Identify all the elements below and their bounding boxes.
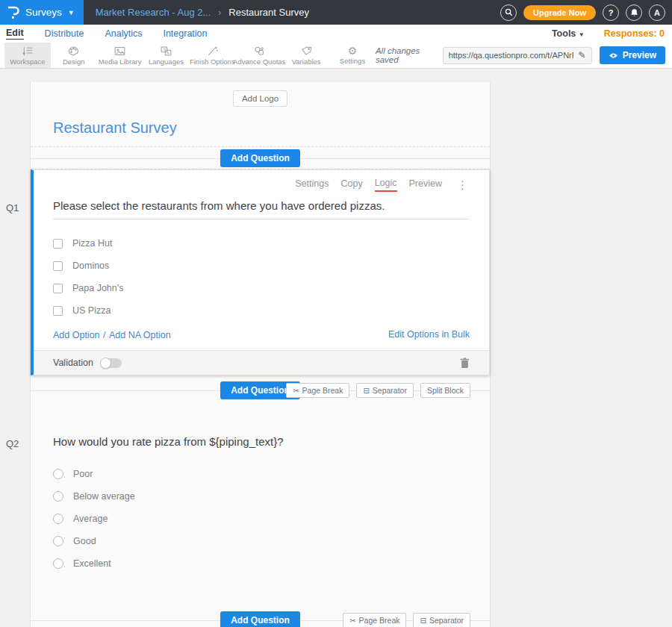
tab-question-settings[interactable]: Settings — [295, 178, 329, 191]
add-option-link[interactable]: Add Option — [53, 330, 100, 340]
edit-options-in-bulk-link[interactable]: Edit Options in Bulk — [388, 329, 470, 340]
chevron-down-icon: ▼ — [579, 31, 585, 38]
option-label[interactable]: Dominos — [72, 261, 109, 271]
preview-button[interactable]: Preview — [600, 46, 665, 64]
radio-button[interactable] — [53, 514, 63, 524]
checkbox[interactable] — [53, 239, 63, 249]
page-break-icon: ✂ — [349, 617, 355, 625]
toolbar-item-label: Finish Options — [190, 57, 235, 66]
question-toolbar: Settings Copy Logic Preview ⋮ — [53, 178, 470, 192]
option-label[interactable]: Excellent — [73, 558, 111, 569]
workspace-icon — [21, 46, 34, 57]
question-text-q2[interactable]: How would you rate pizza from ${piping_t… — [53, 435, 470, 448]
chain-links-icon — [253, 46, 266, 57]
breadcrumb: Market Research - Aug 2... › Restaurant … — [96, 7, 309, 18]
delete-question-trash-icon[interactable] — [460, 358, 470, 369]
add-logo-button[interactable]: Add Logo — [233, 90, 287, 107]
page-break-button[interactable]: ✂Page Break — [343, 613, 406, 627]
question-text-underline — [53, 219, 470, 219]
eye-icon — [609, 52, 618, 59]
tab-distribute[interactable]: Distribute — [45, 28, 84, 39]
validation-toggle[interactable] — [101, 358, 122, 368]
add-question-button[interactable]: Add Question — [220, 149, 300, 167]
page-break-button[interactable]: ✂Page Break — [286, 383, 349, 398]
question-text-q1[interactable]: Please select the restaurants from where… — [53, 199, 470, 212]
toolbar-item-label: Variables — [292, 57, 321, 66]
edit-url-pencil-icon[interactable]: ✎ — [579, 50, 586, 60]
add-na-option-link[interactable]: Add NA Option — [109, 330, 171, 340]
radio-button[interactable] — [53, 536, 63, 546]
svg-text:A: A — [167, 50, 169, 54]
add-question-row-top: Add Question — [31, 147, 490, 169]
survey-canvas: Add Logo Restaurant Survey Add Question … — [30, 82, 491, 627]
toolbar-item-workspace[interactable]: Workspace — [4, 43, 51, 68]
tab-edit[interactable]: Edit — [6, 28, 24, 40]
separator-button[interactable]: ⊟Separator — [356, 383, 414, 398]
survey-url-field[interactable]: https://qa.questionpro.com/t/APNrFZgR ✎ — [443, 47, 592, 64]
checkbox[interactable] — [53, 261, 63, 271]
option-row: Good — [53, 530, 470, 552]
insert-buttons: ✂Page Break ⊟Separator — [343, 613, 470, 627]
toolbar-item-label: Media Library — [99, 57, 142, 66]
toolbar-item-languages[interactable]: X A Languages — [143, 43, 190, 68]
toolbar-item-variables[interactable]: Variables — [283, 43, 329, 68]
option-row: US Pizza — [53, 299, 470, 322]
tab-question-preview[interactable]: Preview — [409, 178, 442, 191]
page-break-icon: ✂ — [293, 387, 299, 395]
help-button[interactable]: ? — [603, 4, 619, 21]
option-label[interactable]: Poor — [73, 469, 93, 479]
checkbox[interactable] — [53, 306, 63, 316]
separator-button[interactable]: ⊟Separator — [413, 613, 470, 627]
option-label[interactable]: Below average — [73, 491, 135, 502]
notifications-button[interactable] — [626, 4, 642, 21]
survey-title[interactable]: Restaurant Survey — [53, 119, 490, 137]
question-number-q2: Q2 — [6, 438, 19, 449]
kebab-menu-icon[interactable]: ⋮ — [457, 181, 468, 190]
avatar[interactable]: A — [649, 4, 665, 21]
toolbar-item-label: Advance Quotas — [233, 57, 285, 66]
radio-button[interactable] — [53, 491, 63, 502]
option-label[interactable]: Good — [73, 536, 96, 546]
tab-question-copy[interactable]: Copy — [340, 178, 362, 191]
toolbar-item-media-library[interactable]: Media Library — [97, 43, 143, 68]
add-question-button[interactable]: Add Question — [220, 611, 300, 627]
toggle-knob — [100, 358, 111, 369]
search-button[interactable] — [500, 4, 517, 21]
tab-analytics[interactable]: Analytics — [105, 28, 142, 39]
toolbar-right: All changes saved https://qa.questionpro… — [376, 43, 672, 68]
insert-buttons: ✂Page Break ⊟Separator Split Block — [286, 383, 470, 398]
question-footer: Validation — [34, 350, 489, 375]
toolbar-item-advance-quotas[interactable]: Advance Quotas — [235, 43, 283, 68]
add-question-row-middle: Add Question ✂Page Break ⊟Separator Spli… — [31, 375, 490, 405]
toolbar-item-label: Languages — [149, 57, 184, 66]
radio-button[interactable] — [53, 558, 63, 569]
survey-nav: Edit Distribute Analytics Integration To… — [0, 25, 672, 43]
tab-question-logic[interactable]: Logic — [375, 178, 397, 192]
upgrade-now-button[interactable]: Upgrade Now — [523, 5, 596, 20]
split-block-button[interactable]: Split Block — [420, 383, 470, 398]
question-block-q1: Settings Copy Logic Preview ⋮ Please sel… — [31, 169, 490, 375]
option-label[interactable]: US Pizza — [72, 305, 111, 316]
option-row: Average — [53, 508, 470, 530]
tab-integration[interactable]: Integration — [163, 28, 207, 39]
option-row: Papa John's — [53, 277, 470, 299]
option-label[interactable]: Average — [73, 514, 108, 524]
responses-count[interactable]: Responses: 0 — [604, 28, 665, 39]
checkbox[interactable] — [53, 284, 63, 293]
toolbar-item-settings[interactable]: ⚙ Settings — [329, 43, 376, 68]
toolbar-item-design[interactable]: Design — [51, 43, 97, 68]
option-label[interactable]: Pizza Hut — [72, 238, 113, 249]
product-menu[interactable]: Surveys ▼ — [0, 0, 84, 25]
validation-label: Validation — [53, 358, 93, 368]
edit-toolbar: Workspace Design Media Library X A Langu… — [0, 43, 672, 69]
option-row: Below average — [53, 485, 470, 508]
option-label[interactable]: Papa John's — [72, 283, 123, 293]
option-row: Poor — [53, 463, 470, 485]
breadcrumb-folder[interactable]: Market Research - Aug 2... — [96, 7, 211, 18]
toolbar-item-finish-options[interactable]: Finish Options — [189, 43, 235, 68]
option-row: Dominos — [53, 255, 470, 277]
survey-header: Add Logo Restaurant Survey — [31, 82, 490, 147]
tools-menu[interactable]: Tools ▼ — [552, 28, 585, 39]
radio-button[interactable] — [53, 469, 63, 479]
separator-icon: ⊟ — [420, 617, 426, 625]
